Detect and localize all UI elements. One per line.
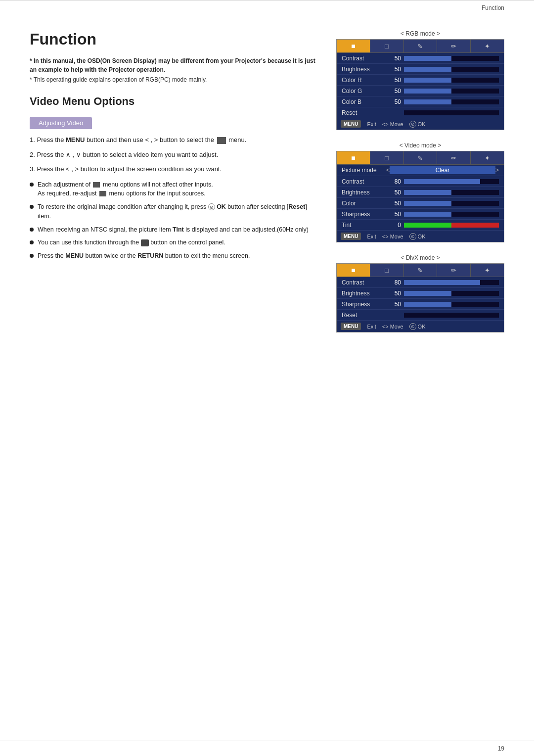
- divx-mode-label: < DivX mode >: [336, 254, 504, 261]
- video-value-picturemode: Clear: [390, 166, 495, 174]
- video-label-color: Color: [342, 200, 386, 207]
- divx-tab-icon-3: ✏: [451, 267, 456, 274]
- bullet-4: You can use this function through the bu…: [30, 238, 316, 247]
- video-value-sharpness: 50: [386, 211, 401, 218]
- bullets-container: Each adjustment of menu options will not…: [30, 180, 316, 261]
- bullet-3: When receiving an NTSC signal, the pictu…: [30, 225, 316, 235]
- video-value-brightness: 50: [386, 189, 401, 196]
- rgb-tab-1: □: [370, 40, 404, 52]
- video-tabs: ■ □ ✎ ✏ ✦: [337, 151, 504, 165]
- rgb-tab-icon-2: ✎: [417, 43, 423, 50]
- rgb-row-colorg: Color G 50: [337, 86, 504, 96]
- rgb-label-colorr: Color R: [342, 77, 386, 84]
- adjusting-video-tab: Adjusting Video: [30, 117, 92, 129]
- page-content: Function * In this manual, the OSD(On Sc…: [0, 15, 534, 374]
- rgb-value-contrast: 50: [386, 55, 401, 62]
- divx-row-contrast: Contrast 80: [337, 277, 504, 288]
- step-2: 2. Press the ∧ , ∨ button to select a vi…: [30, 150, 316, 160]
- rgb-row-contrast: Contrast 50: [337, 53, 504, 64]
- divx-row-reset: Reset: [337, 310, 504, 321]
- divx-value-sharpness: 50: [386, 301, 401, 308]
- rgb-menu-btn: MENU: [341, 120, 361, 128]
- divx-tab-3: ✏: [437, 264, 471, 277]
- bullet-text-5: Press the MENU button twice or the RETUR…: [38, 251, 250, 261]
- bullet-dot-2: [30, 205, 34, 209]
- bullet-1: Each adjustment of menu options will not…: [30, 180, 316, 199]
- rgb-row-colorb: Color B 50: [337, 96, 504, 107]
- video-footer: MENU Exit <> Move ⊙ OK: [337, 231, 504, 242]
- rgb-bar-reset: [404, 110, 499, 115]
- video-row-color: Color 50: [337, 198, 504, 209]
- divx-ok-btn: ⊙ OK: [409, 323, 426, 330]
- video-bar-tint: [404, 223, 499, 228]
- menu-icon-2: [99, 191, 106, 196]
- video-bar-fill-contrast: [404, 179, 480, 184]
- rgb-tab-3: ✏: [437, 40, 471, 52]
- video-label-brightness: Brightness: [342, 189, 386, 196]
- step1-number: 1.: [30, 136, 37, 143]
- divx-label-sharpness: Sharpness: [342, 301, 386, 308]
- video-value-tint: 0: [386, 222, 401, 229]
- video-value-color: 50: [386, 200, 401, 207]
- divx-ok-label: OK: [418, 324, 426, 330]
- rgb-bar-colorr: [404, 78, 499, 83]
- rgb-ok-btn: ⊙ OK: [409, 121, 426, 128]
- video-bar-contrast: [404, 179, 499, 184]
- rgb-value-brightness: 50: [386, 66, 401, 73]
- divx-row-sharpness: Sharpness 50: [337, 299, 504, 310]
- divx-bar-sharpness: [404, 302, 499, 307]
- rgb-row-reset: Reset: [337, 107, 504, 118]
- bullet-text-3: When receiving an NTSC signal, the pictu…: [38, 225, 309, 235]
- rgb-tab-2: ✎: [404, 40, 438, 52]
- video-row-brightness: Brightness 50: [337, 187, 504, 198]
- divx-footer: MENU Exit <> Move ⊙ OK: [337, 321, 504, 332]
- video-tab-icon-0: ■: [351, 154, 355, 162]
- header-label: Function: [482, 4, 504, 11]
- divx-tab-icon-2: ✎: [417, 267, 423, 274]
- rgb-label-reset: Reset: [342, 109, 386, 116]
- video-tab-4: ✦: [471, 151, 504, 164]
- divx-ok-circle: ⊙: [409, 323, 416, 330]
- rgb-ok-circle: ⊙: [409, 121, 416, 128]
- divx-tab-icon-4: ✦: [485, 267, 490, 274]
- divx-bar-fill-sharpness: [404, 302, 451, 307]
- video-mode-label: < Video mode >: [336, 142, 504, 149]
- video-bar-brightness: [404, 190, 499, 195]
- rgb-tabs: ■ □ ✎ ✏ ✦: [337, 40, 504, 53]
- video-arrow-left: <: [386, 167, 390, 174]
- bullet-dot-4: [30, 240, 34, 244]
- divx-tab-4: ✦: [471, 264, 504, 277]
- step1-menu-word: MENU: [66, 136, 85, 143]
- divx-label-contrast: Contrast: [342, 279, 386, 286]
- divx-bar-brightness: [404, 291, 499, 296]
- right-column: < RGB mode > ■ □ ✎ ✏ ✦ Contrast 50 Brigh…: [336, 30, 504, 344]
- video-tab-1: □: [370, 151, 404, 164]
- rgb-tab-icon-1: □: [385, 43, 389, 50]
- video-row-contrast: Contrast 80: [337, 176, 504, 187]
- rgb-bar-brightness: [404, 67, 499, 72]
- rgb-exit-label: Exit: [367, 121, 376, 127]
- divx-row-brightness: Brightness 50: [337, 288, 504, 299]
- video-row-tint: Tint 0: [337, 220, 504, 231]
- video-tab-3: ✏: [437, 151, 471, 164]
- control-icon: [141, 239, 149, 246]
- divx-move-label: <> Move: [382, 324, 403, 330]
- divx-tab-icon-0: ■: [351, 266, 355, 274]
- divx-tab-icon-1: □: [385, 267, 389, 274]
- page-footer: 19: [0, 741, 534, 756]
- video-exit-label: Exit: [367, 234, 376, 239]
- video-bar-fill-color: [404, 201, 451, 206]
- bullet-text-2: To restore the original image condition …: [38, 202, 316, 221]
- video-bar-color: [404, 201, 499, 206]
- rgb-value-colorb: 50: [386, 98, 401, 105]
- step-3: 3. Press the < , > button to adjust the …: [30, 164, 316, 174]
- rgb-bar-colorb: [404, 99, 499, 104]
- divx-bar-fill-brightness: [404, 291, 451, 296]
- video-row-picturemode: Picture mode < Clear >: [337, 165, 504, 176]
- steps-container: 1. Press the MENU button and then use < …: [30, 135, 316, 174]
- menu-bold-2: MENU: [65, 252, 84, 259]
- rgb-bar-fill-colorb: [404, 99, 451, 104]
- rgb-tab-0: ■: [337, 40, 370, 52]
- video-label-tint: Tint: [342, 222, 386, 229]
- step2-number: 2.: [30, 151, 37, 158]
